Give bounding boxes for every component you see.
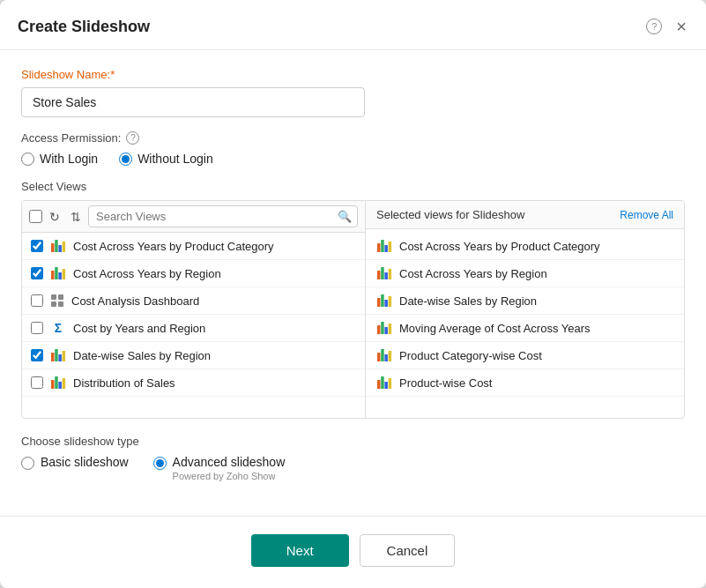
basic-slideshow-radio[interactable] [21,457,34,470]
access-with-login-option[interactable]: With Login [21,152,98,166]
svg-rect-18 [58,382,62,389]
access-help-icon[interactable]: ? [126,131,139,145]
view-checkbox[interactable] [31,322,43,334]
svg-rect-32 [377,325,381,334]
selected-views-list: Cost Across Years by Product CategoryCos… [366,229,684,418]
svg-rect-26 [384,272,388,279]
list-item: Product Category-wise Cost [366,342,684,369]
view-icon [50,239,66,253]
advanced-slideshow-radio[interactable] [153,457,167,470]
view-icon [376,266,392,280]
access-without-login-radio[interactable] [119,153,132,166]
advanced-slideshow-label: Advanced slideshow [173,455,286,469]
view-checkbox[interactable] [31,376,43,389]
selected-view-label: Moving Average of Cost Across Years [399,322,591,335]
view-icon: Σ [50,321,66,335]
view-checkbox[interactable] [31,294,43,307]
svg-rect-23 [389,242,392,252]
svg-rect-24 [377,271,381,279]
list-item[interactable]: Cost Analysis Dashboard [22,287,365,315]
list-item: Date-wise Sales by Region [366,287,684,315]
svg-rect-6 [58,272,62,279]
basic-slideshow-content: Basic slideshow [41,455,129,469]
access-without-login-option[interactable]: Without Login [119,152,213,166]
header-icons: ? × [644,16,688,37]
dialog-body: Slideshow Name:* Access Permission: ? Wi… [0,50,706,498]
svg-rect-39 [389,351,392,361]
views-right-header: Selected views for Slideshow Remove All [366,201,684,229]
selected-view-label: Cost Across Years by Product Category [399,240,600,253]
basic-slideshow-label: Basic slideshow [41,455,129,469]
views-container: ↻ ⇅ 🔍 Cost Across Years by Product Categ… [21,200,685,419]
dialog-footer: Next Cancel [0,516,706,588]
list-item[interactable]: Cost Across Years by Region [22,260,365,287]
basic-slideshow-option[interactable]: Basic slideshow [21,455,129,470]
view-checkbox[interactable] [31,267,43,279]
list-item[interactable]: Date-wise Sales by Region [22,342,365,369]
dialog-header: Create Slideshow ? × [0,0,706,50]
svg-rect-37 [381,349,384,361]
slideshow-type-label: Choose slideshow type [21,435,685,448]
view-label: Cost Across Years by Region [73,267,221,280]
selected-view-label: Cost Across Years by Region [399,267,547,280]
dialog-title: Create Slideshow [18,18,150,36]
view-label: Cost Across Years by Product Category [73,240,274,253]
view-checkbox[interactable] [31,349,43,361]
access-radio-group: With Login Without Login [21,152,685,166]
slideshow-type-radio-group: Basic slideshow Advanced slideshow Power… [21,455,685,481]
svg-rect-3 [63,242,66,252]
svg-rect-2 [58,245,62,252]
access-with-login-label: With Login [40,152,98,166]
view-label: Cost by Years and Region [73,322,205,335]
svg-rect-22 [384,245,388,252]
svg-rect-7 [63,269,66,279]
select-all-checkbox[interactable] [29,210,42,223]
list-item: Cost Across Years by Product Category [366,233,684,260]
access-permission-label: Access Permission: [21,131,121,145]
svg-rect-36 [377,353,381,361]
order-button[interactable]: ⇅ [67,208,85,226]
access-with-login-radio[interactable] [21,153,34,166]
search-input[interactable] [88,205,358,227]
remove-all-button[interactable]: Remove All [620,209,673,221]
view-checkbox[interactable] [31,240,43,252]
view-icon [376,239,392,253]
views-right-panel: Selected views for Slideshow Remove All … [366,201,684,418]
svg-rect-29 [381,294,384,307]
svg-rect-9 [58,294,63,300]
views-left-panel: ↻ ⇅ 🔍 Cost Across Years by Product Categ… [22,201,366,418]
next-button[interactable]: Next [251,534,349,567]
svg-rect-11 [58,301,63,307]
close-icon: × [676,18,687,35]
svg-rect-0 [51,243,55,252]
svg-rect-8 [51,294,56,300]
svg-rect-13 [55,349,57,361]
view-icon [50,294,64,308]
list-item[interactable]: ΣCost by Years and Region [22,315,365,342]
views-list: Cost Across Years by Product CategoryCos… [22,233,365,418]
selected-view-label: Product Category-wise Cost [399,349,542,362]
list-item[interactable]: Distribution of Sales [22,369,365,397]
list-item: Cost Across Years by Region [366,260,684,287]
advanced-slideshow-option[interactable]: Advanced slideshow Powered by Zoho Show [153,455,286,481]
help-button[interactable]: ? [644,17,664,36]
svg-rect-14 [58,354,62,361]
view-icon [376,348,392,362]
slideshow-type-section: Choose slideshow type Basic slideshow Ad… [21,435,685,481]
svg-rect-4 [51,271,55,279]
close-button[interactable]: × [674,16,688,37]
advanced-slideshow-content: Advanced slideshow Powered by Zoho Show [173,455,286,481]
svg-rect-21 [381,240,384,252]
svg-rect-12 [51,353,55,361]
svg-rect-38 [384,354,388,361]
svg-rect-25 [381,267,384,279]
list-item[interactable]: Cost Across Years by Product Category [22,233,365,260]
view-label: Date-wise Sales by Region [73,349,211,362]
slideshow-name-input[interactable] [21,87,365,117]
cancel-button[interactable]: Cancel [360,534,456,567]
svg-rect-5 [55,267,57,279]
view-label: Distribution of Sales [73,376,175,390]
selected-view-label: Date-wise Sales by Region [399,294,537,308]
select-views-label: Select Views [21,180,685,193]
sort-button[interactable]: ↻ [46,208,63,226]
